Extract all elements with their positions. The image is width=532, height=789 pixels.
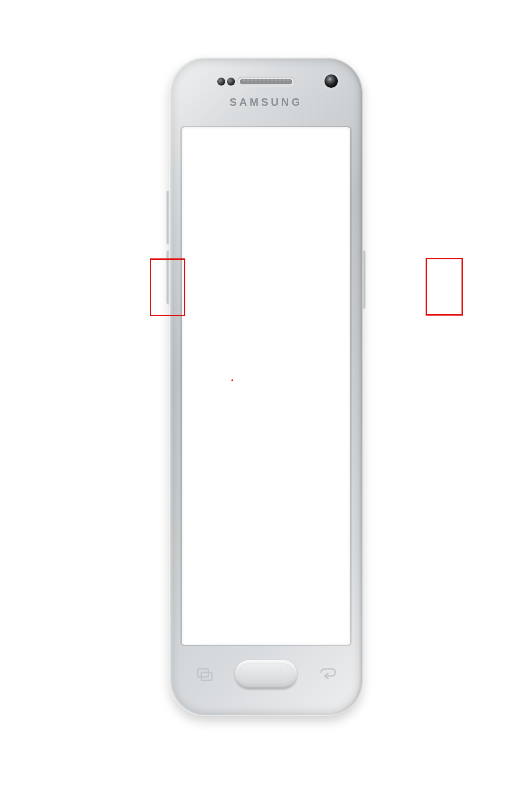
phone-screen	[182, 127, 350, 644]
smartphone-diagram: SAMSUNG	[102, 58, 430, 723]
marker-dot-icon	[231, 379, 233, 381]
speaker-grille-icon	[240, 79, 292, 84]
phone-body: SAMSUNG	[169, 58, 363, 716]
light-sensor-icon	[227, 78, 235, 86]
home-button	[235, 660, 297, 688]
front-camera-icon	[325, 74, 338, 88]
earpiece-speaker	[237, 77, 295, 86]
callout-volume-down	[150, 258, 185, 316]
recent-apps-icon	[196, 667, 214, 681]
phone-bottom-bezel	[169, 654, 363, 703]
proximity-sensor-icon	[217, 78, 225, 86]
callout-power-button	[426, 258, 463, 316]
phone-top-bezel: SAMSUNG	[169, 73, 363, 126]
brand-label: SAMSUNG	[169, 96, 363, 109]
back-icon	[318, 667, 336, 681]
